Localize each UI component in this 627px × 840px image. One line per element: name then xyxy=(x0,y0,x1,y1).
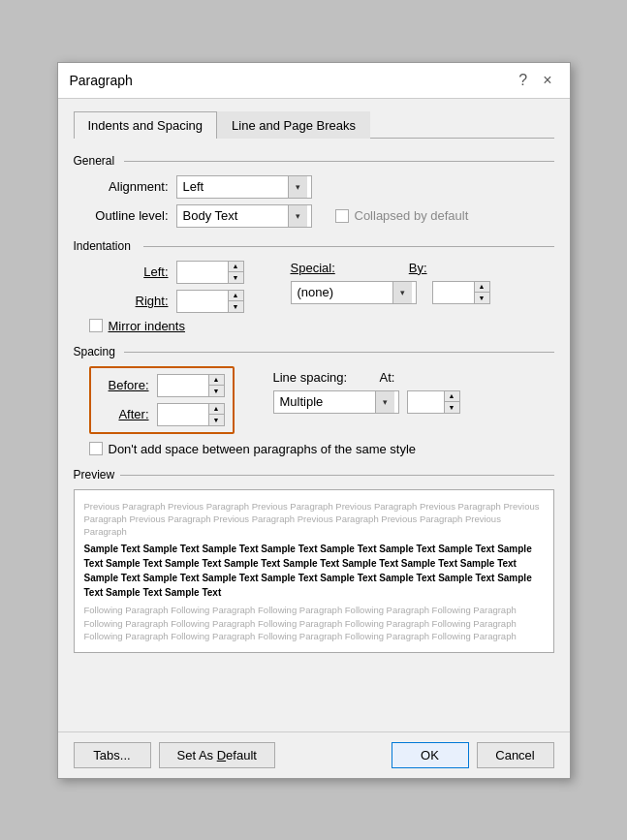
by-down-btn[interactable]: ▼ xyxy=(475,293,489,303)
indent-left-down-btn[interactable]: ▼ xyxy=(229,272,243,283)
indent-right-down-btn[interactable]: ▼ xyxy=(229,301,243,312)
set-default-button[interactable]: Set As Default xyxy=(159,742,275,768)
alignment-arrow-icon: ▾ xyxy=(288,176,307,198)
by-label: By: xyxy=(409,261,427,275)
footer-left: Tabs... Set As Default xyxy=(74,742,275,768)
line-spacing-value: Multiple xyxy=(278,394,375,409)
before-spin-buttons: ▲ ▼ xyxy=(208,375,224,396)
by-spin-buttons: ▲ ▼ xyxy=(474,282,489,303)
title-bar: Paragraph ? × xyxy=(58,63,570,99)
after-down-btn[interactable]: ▼ xyxy=(209,415,224,425)
preview-box: Previous Paragraph Previous Paragraph Pr… xyxy=(74,489,554,654)
by-up-btn[interactable]: ▲ xyxy=(475,282,489,294)
help-button[interactable]: ? xyxy=(513,71,533,90)
cancel-button[interactable]: Cancel xyxy=(477,742,554,768)
by-input[interactable] xyxy=(433,282,474,303)
after-row: After: 8 pt ▲ ▼ xyxy=(99,403,225,426)
indent-right-spin[interactable]: 0" ▲ ▼ xyxy=(176,290,244,313)
collapsed-checkbox[interactable] xyxy=(335,209,349,223)
dont-add-space-label: Don't add space between paragraphs of th… xyxy=(109,442,417,456)
after-spin-buttons: ▲ ▼ xyxy=(208,404,224,425)
indent-right-up-btn[interactable]: ▲ xyxy=(229,291,243,302)
dialog-footer: Tabs... Set As Default OK Cancel xyxy=(58,731,570,778)
indent-left-row: Left: 0" ▲ ▼ xyxy=(89,261,244,284)
collapsed-label: Collapsed by default xyxy=(355,208,469,223)
indent-left-label: Left: xyxy=(89,264,176,279)
tabs-button[interactable]: Tabs... xyxy=(74,742,151,768)
after-input[interactable]: 8 pt xyxy=(158,404,208,425)
tab-bar: Indents and Spacing Line and Page Breaks xyxy=(74,110,554,139)
after-up-btn[interactable]: ▲ xyxy=(209,404,224,416)
line-spacing-dropdown[interactable]: Multiple ▾ xyxy=(273,390,399,414)
before-spin[interactable]: 6 pt ▲ ▼ xyxy=(157,374,225,397)
indentation-section: Indentation Left: 0" ▲ ▼ xyxy=(74,239,554,333)
set-default-label: Set As Default xyxy=(177,748,257,762)
mirror-indents-checkbox[interactable] xyxy=(89,319,103,332)
indent-right-label: Right: xyxy=(89,294,176,308)
before-input[interactable]: 6 pt xyxy=(158,375,208,396)
alignment-row: Alignment: Left ▾ xyxy=(74,175,554,199)
after-spin[interactable]: 8 pt ▲ ▼ xyxy=(157,403,225,426)
before-down-btn[interactable]: ▼ xyxy=(209,386,224,396)
before-row: Before: 6 pt ▲ ▼ xyxy=(99,374,225,397)
general-section: General Alignment: Left ▾ Outline level:… xyxy=(74,154,554,228)
before-up-btn[interactable]: ▲ xyxy=(209,375,224,387)
by-spin[interactable]: ▲ ▼ xyxy=(432,281,490,304)
preview-section: Preview Previous Paragraph Previous Para… xyxy=(74,468,554,654)
at-top-label: At: xyxy=(380,370,395,385)
paragraph-dialog: Paragraph ? × Indents and Spacing Line a… xyxy=(57,62,571,779)
indent-right-input[interactable]: 0" xyxy=(177,291,228,312)
special-dropdown[interactable]: (none) ▾ xyxy=(291,281,417,304)
mirror-indents-label: Mirror indents xyxy=(109,319,185,333)
preview-following-text: Following Paragraph Following Paragraph … xyxy=(84,604,544,642)
before-label: Before: xyxy=(99,378,157,392)
at-down-btn[interactable]: ▼ xyxy=(445,402,459,413)
ok-button[interactable]: OK xyxy=(392,742,469,768)
outline-row: Outline level: Body Text ▾ Collapsed by … xyxy=(74,204,554,228)
outline-label: Outline level: xyxy=(89,208,176,223)
spacing-section: Spacing Before: 6 pt ▲ ▼ xyxy=(74,345,554,456)
dont-add-space-row: Don't add space between paragraphs of th… xyxy=(74,442,554,456)
tab-indents-spacing[interactable]: Indents and Spacing xyxy=(74,111,218,139)
line-spacing-top-label: Line spacing: xyxy=(273,370,361,385)
after-label: After: xyxy=(99,407,157,421)
indent-left-spin-buttons: ▲ ▼ xyxy=(228,262,243,283)
spacing-header: Spacing xyxy=(74,345,554,358)
special-arrow-icon: ▾ xyxy=(392,282,412,303)
dialog-body: Indents and Spacing Line and Page Breaks… xyxy=(58,99,570,731)
spacing-highlight-box: Before: 6 pt ▲ ▼ After: 8 pt xyxy=(89,366,235,434)
indentation-header: Indentation xyxy=(74,239,554,253)
preview-sample-text: Sample Text Sample Text Sample Text Samp… xyxy=(84,542,544,600)
indent-left-up-btn[interactable]: ▲ xyxy=(229,262,243,273)
at-up-btn[interactable]: ▲ xyxy=(445,391,459,403)
collapsed-row: Collapsed by default xyxy=(328,208,469,223)
dialog-title: Paragraph xyxy=(70,73,133,88)
special-value: (none) xyxy=(296,285,392,299)
at-spin[interactable]: 1 ▲ ▼ xyxy=(407,390,460,414)
line-spacing-arrow-icon: ▾ xyxy=(375,391,394,413)
footer-right: OK Cancel xyxy=(392,742,554,768)
tab-line-page-breaks[interactable]: Line and Page Breaks xyxy=(217,111,370,139)
preview-header: Preview xyxy=(74,468,554,482)
special-label: Special: xyxy=(291,261,335,275)
indent-left-input[interactable]: 0" xyxy=(177,262,228,283)
general-header: General xyxy=(74,154,554,168)
close-button[interactable]: × xyxy=(537,71,557,90)
outline-dropdown[interactable]: Body Text ▾ xyxy=(176,204,312,228)
alignment-dropdown[interactable]: Left ▾ xyxy=(176,175,312,199)
indent-right-spin-buttons: ▲ ▼ xyxy=(228,291,243,312)
outline-arrow-icon: ▾ xyxy=(288,205,307,227)
at-input[interactable]: 1 xyxy=(408,391,444,413)
alignment-value: Left xyxy=(181,179,288,194)
alignment-label: Alignment: xyxy=(89,179,176,194)
title-bar-buttons: ? × xyxy=(513,71,557,90)
at-spin-buttons: ▲ ▼ xyxy=(444,391,459,413)
indent-right-row: Right: 0" ▲ ▼ xyxy=(89,290,244,313)
dont-add-space-checkbox[interactable] xyxy=(89,442,103,455)
outline-value: Body Text xyxy=(181,208,288,223)
preview-previous-text: Previous Paragraph Previous Paragraph Pr… xyxy=(84,500,544,539)
mirror-indents-row: Mirror indents xyxy=(74,319,554,333)
indent-left-spin[interactable]: 0" ▲ ▼ xyxy=(176,261,244,284)
